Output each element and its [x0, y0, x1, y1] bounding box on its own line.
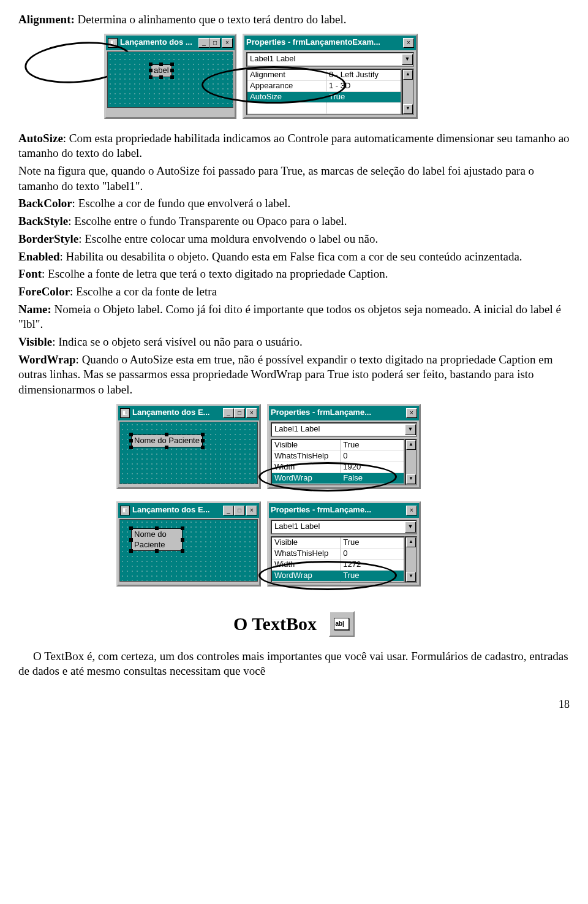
titlebar: Properties - frmLançamentoExam... × — [244, 36, 416, 50]
property-grid: VisibleTrue WhatsThisHelp0 Width1272 Wor… — [271, 536, 417, 583]
intro-line: Alignment: Determina o alinhamento que o… — [18, 12, 570, 28]
close-icon[interactable]: × — [406, 408, 417, 418]
body-visible: Visible: Indica se o objeto será visível… — [18, 335, 570, 350]
scroll-up-icon[interactable]: ▲ — [406, 537, 416, 547]
object-combo[interactable]: Label1 Label ▼ — [271, 422, 417, 437]
close-icon[interactable]: × — [222, 38, 233, 48]
vb-label[interactable]: Nome do Paciente — [131, 435, 203, 447]
chevron-down-icon[interactable]: ▼ — [405, 424, 416, 435]
property-row[interactable]: WordWrapFalse — [272, 473, 404, 484]
properties-window: Properties - frmLançame... × Label1 Labe… — [267, 501, 421, 587]
figure-3: ◧ Lançamento dos E... _ □ × Nome do Paci… — [18, 501, 570, 587]
body-borderstyle: BorderStyle: Escolhe entre colocar uma m… — [18, 232, 570, 247]
close-icon[interactable]: × — [246, 408, 257, 418]
property-row[interactable]: Appearance1 - 3D — [247, 81, 401, 92]
vb-label[interactable]: abel — [151, 64, 172, 77]
figure-1: ◧ Lançamento dos ... _ □ × abel — [18, 34, 570, 119]
body-name: Name: Nomeia o Objeto label. Como já foi… — [18, 302, 570, 332]
properties-window: Properties - frmLançame... × Label1 Labe… — [267, 404, 421, 489]
form-icon: ◧ — [120, 408, 130, 418]
alignment-text: Determina o alinhamento que o texto terá… — [75, 13, 347, 26]
chevron-down-icon[interactable]: ▼ — [405, 522, 416, 533]
property-row[interactable]: AutoSizeTrue — [247, 92, 401, 103]
form-icon: ◧ — [108, 38, 118, 48]
object-combo[interactable]: Label1 Label ▼ — [271, 520, 417, 534]
property-grid: Alignment0 - Left Justify Appearance1 - … — [246, 69, 414, 115]
body-enabled: Enabled: Habilita ou desabilita o objeto… — [18, 249, 570, 265]
scrollbar[interactable]: ▲ ▼ — [405, 439, 417, 485]
form-window: ◧ Lançamento dos E... _ □ × Nome do Paci… — [116, 404, 261, 489]
form-title: Lançamento dos ... — [120, 37, 196, 48]
minimize-icon[interactable]: _ — [198, 38, 209, 48]
property-row[interactable]: WhatsThisHelp0 — [272, 549, 404, 560]
titlebar: ◧ Lançamento dos E... _ □ × — [118, 406, 259, 420]
properties-window: Properties - frmLançamentoExam... × Labe… — [243, 34, 418, 119]
property-row[interactable]: Width1920 — [272, 462, 404, 473]
maximize-icon[interactable]: □ — [234, 506, 245, 515]
object-combo[interactable]: Label1 Label ▼ — [246, 52, 414, 67]
titlebar: ◧ Lançamento dos ... _ □ × — [106, 36, 235, 50]
body-wordwrap: WordWrap: Quando o AutoSize esta em true… — [18, 352, 570, 398]
titlebar: Properties - frmLançame... × — [269, 503, 419, 518]
scrollbar[interactable]: ▲ ▼ — [405, 536, 417, 583]
property-row[interactable]: Alignment0 - Left Justify — [247, 70, 401, 81]
figure-2: ◧ Lançamento dos E... _ □ × Nome do Paci… — [18, 404, 570, 489]
scrollbar[interactable]: ▲ ▼ — [402, 69, 414, 115]
form-window: ◧ Lançamento dos E... _ □ × Nome do Paci… — [116, 501, 261, 587]
property-row[interactable]: WhatsThisHelp0 — [272, 451, 404, 462]
scroll-down-icon[interactable]: ▼ — [406, 572, 416, 582]
body-autosize-note: Note na figura que, quando o AutoSize fo… — [18, 164, 570, 194]
body-autosize: AutoSize: Com esta propriedade habilitad… — [18, 131, 570, 161]
property-row[interactable]: WordWrapTrue — [272, 571, 404, 582]
property-grid: VisibleTrue WhatsThisHelp0 Width1920 Wor… — [271, 439, 417, 485]
close-icon[interactable]: × — [403, 38, 414, 48]
property-row[interactable]: Width1272 — [272, 560, 404, 571]
form-icon: ◧ — [120, 506, 130, 515]
scroll-up-icon[interactable]: ▲ — [406, 440, 416, 450]
body-forecolor: ForeColor: Escolhe a cor da fonte de let… — [18, 284, 570, 300]
scroll-down-icon[interactable]: ▼ — [403, 104, 413, 114]
close-icon[interactable]: × — [406, 506, 417, 515]
maximize-icon[interactable]: □ — [209, 38, 221, 48]
maximize-icon[interactable]: □ — [234, 408, 245, 418]
form-title: Lançamento dos E... — [132, 408, 221, 418]
prop-title: Properties - frmLançame... — [271, 505, 402, 515]
property-row[interactable] — [247, 103, 401, 114]
minimize-icon[interactable]: _ — [223, 506, 234, 515]
form-body: abel — [107, 51, 233, 108]
form-title: Lançamento dos E... — [132, 505, 221, 515]
scroll-down-icon[interactable]: ▼ — [406, 474, 416, 484]
chevron-down-icon[interactable]: ▼ — [402, 54, 413, 65]
titlebar: Properties - frmLançame... × — [269, 406, 419, 420]
vb-label[interactable]: Nome do Paciente — [131, 528, 183, 552]
page-number: 18 — [18, 697, 570, 712]
body-backcolor: BackColor: Escolhe a cor de fundo que en… — [18, 196, 570, 211]
minimize-icon[interactable]: _ — [223, 408, 234, 418]
form-body: Nome do Paciente — [119, 519, 258, 582]
textbox-paragraph: O TextBox é, com certeza, um dos control… — [18, 649, 570, 679]
prop-title: Properties - frmLançame... — [271, 408, 402, 418]
property-row[interactable]: VisibleTrue — [272, 440, 404, 451]
body-backstyle: BackStyle: Escolhe entre o fundo Transpa… — [18, 214, 570, 229]
close-icon[interactable]: × — [246, 506, 257, 515]
property-row[interactable]: VisibleTrue — [272, 537, 404, 549]
alignment-label: Alignment: — [18, 13, 75, 26]
form-body: Nome do Paciente — [119, 422, 258, 484]
textbox-heading: O TextBox ab| — [18, 611, 570, 637]
body-font: Font: Escolhe a fonte de letra que terá … — [18, 267, 570, 282]
textbox-tool-icon: ab| — [329, 611, 355, 637]
titlebar: ◧ Lançamento dos E... _ □ × — [118, 503, 259, 518]
form-window: ◧ Lançamento dos ... _ □ × abel — [104, 34, 236, 119]
scroll-up-icon[interactable]: ▲ — [403, 70, 413, 80]
prop-title: Properties - frmLançamentoExam... — [246, 37, 399, 48]
